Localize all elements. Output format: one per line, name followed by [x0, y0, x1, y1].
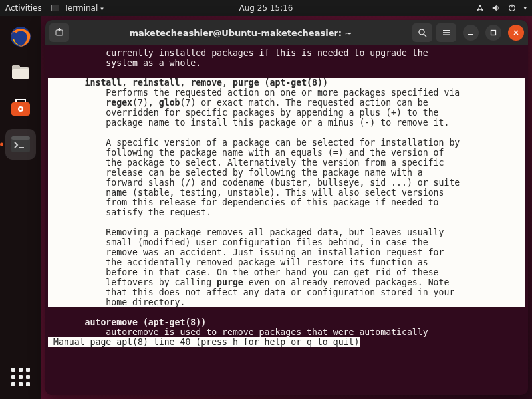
- titlebar: maketecheashier@Ubuntu-maketecheasier: ~: [45, 20, 528, 45]
- terminal-window: maketecheashier@Ubuntu-maketecheasier: ~…: [45, 20, 528, 395]
- man-text: autoremove is used to remove packages th…: [48, 327, 428, 337]
- show-applications-button[interactable]: [5, 362, 36, 392]
- power-icon[interactable]: [507, 3, 517, 13]
- svg-point-18: [419, 29, 424, 35]
- desktop: maketecheashier@Ubuntu-maketecheasier: ~…: [41, 16, 532, 399]
- dock-item-software[interactable]: [5, 93, 36, 124]
- svg-rect-13: [11, 136, 30, 140]
- manpage-status-line: Manual page apt(8) line 40 (press h for …: [48, 337, 360, 347]
- cmd-purge: purge: [233, 78, 259, 88]
- clock[interactable]: Aug 25 15:16: [239, 3, 293, 13]
- gnome-top-bar: Activities Terminal Aug 25 15:16 ▾: [0, 0, 532, 16]
- terminal-menu-icon: [51, 5, 59, 11]
- svg-rect-15: [56, 30, 63, 35]
- network-icon[interactable]: [475, 3, 485, 13]
- running-indicator: [0, 143, 3, 146]
- dock-item-files[interactable]: [5, 57, 36, 88]
- minimize-button[interactable]: [463, 25, 479, 41]
- new-tab-button[interactable]: [49, 23, 69, 42]
- svg-rect-11: [20, 108, 22, 110]
- svg-rect-8: [12, 69, 29, 79]
- terminal-content[interactable]: currently installed packages if this is …: [45, 45, 528, 395]
- svg-rect-24: [491, 31, 496, 35]
- svg-rect-23: [468, 34, 473, 35]
- svg-line-19: [424, 34, 426, 37]
- dock-item-terminal[interactable]: [5, 129, 36, 160]
- svg-rect-17: [58, 29, 61, 30]
- app-menu-label: Terminal: [65, 3, 98, 13]
- svg-rect-4: [512, 5, 513, 7]
- dock-item-firefox[interactable]: [5, 21, 36, 52]
- activities-button[interactable]: Activities: [5, 3, 42, 13]
- man-text: system as a whole.: [48, 58, 201, 68]
- cmd-remove: remove: [190, 78, 222, 88]
- svg-rect-21: [443, 32, 450, 33]
- svg-rect-14: [19, 147, 24, 148]
- svg-rect-20: [443, 30, 450, 31]
- chevron-down-icon[interactable]: ▾: [523, 5, 527, 11]
- close-button[interactable]: [508, 25, 524, 41]
- volume-icon[interactable]: [491, 3, 501, 13]
- man-text: autoremove (apt-get(8)): [48, 317, 206, 327]
- cmd-reinstall: reinstall: [132, 78, 180, 88]
- maximize-button[interactable]: [485, 25, 501, 41]
- dock: [0, 16, 41, 399]
- hamburger-menu-button[interactable]: [436, 23, 456, 42]
- window-title: maketecheashier@Ubuntu-maketecheasier: ~: [73, 28, 408, 38]
- svg-rect-22: [443, 34, 450, 35]
- search-button[interactable]: [412, 23, 432, 42]
- app-menu[interactable]: Terminal: [51, 3, 104, 13]
- highlighted-block: install, reinstall, remove, purge (apt-g…: [48, 78, 525, 307]
- man-text: currently installed packages if this is …: [48, 48, 428, 58]
- cmd-install: install: [85, 78, 122, 88]
